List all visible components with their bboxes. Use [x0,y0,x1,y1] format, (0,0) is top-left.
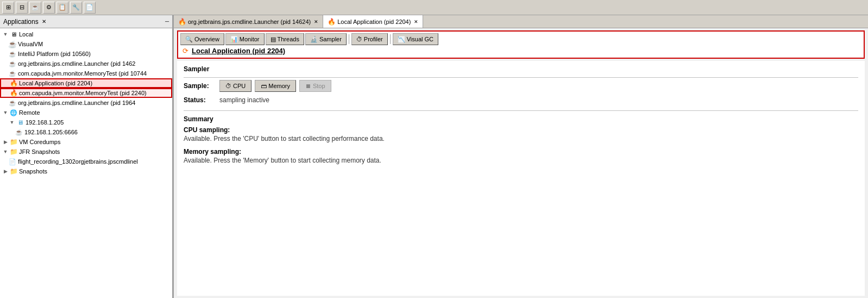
capuda-2240-icon: 🔥 [10,89,17,97]
tab-local-app-close[interactable]: ✕ [414,19,418,24]
visualvm-icon: ☕ [9,40,16,48]
jetbrains-1964-icon: ☕ [9,99,16,107]
tree-item-capuda-2240[interactable]: 🔥 com.capuda.jvm.monitor.MemoryTest (pid… [0,88,172,98]
jetbrains-1462-icon: ☕ [9,60,16,67]
tree-item-capuda-2240-label: com.capuda.jvm.monitor.MemoryTest (pid 2… [19,90,147,96]
tree-item-jetbrains-1462[interactable]: ☕ org.jetbrains.jps.cmdline.Launcher (pi… [0,59,172,69]
overview-button[interactable]: 🔍 Overview [180,33,224,45]
memory-icon: 🗃 [261,83,267,89]
memory-sampling-title: Memory sampling: [184,148,858,156]
tree-item-jfr-label: JFR Snapshots [19,148,60,155]
tree-item-capuda-10744-label: com.capuda.jvm.monitor.MemoryTest (pid 1… [18,70,147,77]
tab-toolbar-wrapper: 🔍 Overview 📊 Monitor ▤ Threads 🔬 Sampler [177,30,865,59]
toolbar-btn-3[interactable]: ☕ [29,2,41,14]
tree-item-local-app-2204-label: Local Application (pid 2204) [19,80,92,86]
cpu-btn-label: CPU [233,83,246,89]
visual-gc-button[interactable]: 📉 Visual GC [393,33,438,45]
tab-jetbrains-label: org.jetbrains.jps.cmdline.Launcher (pid … [188,18,311,25]
app-title-row: ⟳ Local Application (pid 2204) [180,45,861,56]
stop-button[interactable]: ⏹ Stop [299,80,331,92]
tree: ▼ 🖥 Local ☕ VisualVM ☕ IntelliJ Platform… [0,28,172,298]
threads-button[interactable]: ▤ Threads [266,33,304,45]
toolbar-btn-2[interactable]: ⊟ [16,2,28,14]
intellij-icon: ☕ [9,50,16,58]
tree-item-intellij-label: IntelliJ Platform (pid 10560) [18,51,91,57]
tab-local-app[interactable]: 🔥 Local Application (pid 2204) ✕ [323,15,423,28]
monitor-icon: 📊 [230,36,238,43]
expand-icon-vm: ▶ [2,139,9,145]
local-app-2204-icon: 🔥 [10,79,17,87]
tree-item-snapshots-label: Snapshots [19,168,47,175]
profiler-button[interactable]: ⏱ Profiler [351,33,388,45]
tree-item-local-label: Local [19,31,33,38]
memory-button[interactable]: 🗃 Memory [255,80,296,92]
sample-row: Sample: ⏱ CPU 🗃 Memory ⏹ Stop [184,80,858,92]
toolbar-btn-4[interactable]: ⚙ [43,2,55,14]
sampler-label-btn: Sampler [319,36,342,42]
tree-item-vm-coredumps-label: VM Coredumps [19,139,60,145]
tree-item-jetbrains-1964-label: org.jetbrains.jps.cmdline.Launcher (pid … [18,100,135,106]
expand-icon-snapshots: ▶ [2,168,9,175]
profiler-label: Profiler [364,36,383,42]
toolbar-btn-1[interactable]: ⊞ [2,2,14,14]
toolbar-btn-6[interactable]: 🔧 [70,2,82,14]
sampler-icon: 🔬 [310,36,318,43]
tab-bar: 🔥 org.jetbrains.jps.cmdline.Launcher (pi… [174,15,868,28]
divider-1 [184,77,858,78]
tab-jetbrains-close[interactable]: ✕ [314,19,318,24]
applications-tab-pin[interactable]: ─ [165,18,169,24]
tab-local-app-label: Local Application (pid 2204) [337,18,411,25]
tree-item-visualvm[interactable]: ☕ VisualVM [0,39,172,49]
toolbar-btn-7[interactable]: 📄 [84,2,96,14]
tree-item-ip-port[interactable]: ☕ 192.168.1.205:6666 [0,127,172,137]
tree-item-ip-port-label: 192.168.1.205:6666 [24,129,78,135]
threads-icon: ▤ [271,36,276,43]
toolbar-separator-2 [390,34,391,44]
applications-tab[interactable]: Applications ✕ ─ [0,15,172,28]
tree-item-jfr[interactable]: ▼ 📁 JFR Snapshots [0,147,172,157]
summary-section: Summary CPU sampling: Available. Press t… [184,115,858,164]
sampler-button[interactable]: 🔬 Sampler [305,33,347,45]
profiler-icon: ⏱ [356,36,362,42]
tree-item-local-app-2204[interactable]: 🔥 Local Application (pid 2204) [0,78,172,88]
cpu-sampling-title: CPU sampling: [184,126,858,134]
tree-item-ip[interactable]: ▼ 🖥 192.168.1.205 [0,117,172,127]
tree-item-remote[interactable]: ▼ 🌐 Remote [0,108,172,117]
remote-group-icon: 🌐 [10,109,17,116]
cpu-button[interactable]: ⏱ CPU [219,80,251,92]
tab-jetbrains-icon: 🔥 [178,18,186,26]
tree-item-flight-recording-label: flight_recording_1302orgjetbrains.jpscmd… [18,158,138,165]
threads-label: Threads [278,36,299,42]
vm-coredumps-icon: 📁 [10,138,17,146]
overview-label: Overview [194,36,219,42]
toolbar-btn-5[interactable]: 📋 [56,2,68,14]
expand-icon-jfr: ▼ [2,148,9,155]
monitor-button[interactable]: 📊 Monitor [225,33,265,45]
memory-btn-label: Memory [268,83,290,89]
tree-item-visualvm-label: VisualVM [18,41,43,47]
tab-jetbrains[interactable]: 🔥 org.jetbrains.jps.cmdline.Launcher (pi… [174,15,323,28]
tree-item-capuda-10744[interactable]: ☕ com.capuda.jvm.monitor.MemoryTest (pid… [0,69,172,78]
status-label: Status: [184,96,216,104]
tree-item-jetbrains-1964[interactable]: ☕ org.jetbrains.jps.cmdline.Launcher (pi… [0,98,172,108]
stop-icon: ⏹ [305,83,311,89]
divider-2 [184,110,858,111]
cpu-sampling-item: CPU sampling: Available. Press the 'CPU'… [184,126,858,142]
tree-item-ip-label: 192.168.1.205 [26,119,64,126]
tree-item-intellij[interactable]: ☕ IntelliJ Platform (pid 10560) [0,49,172,59]
applications-tab-close[interactable]: ✕ [42,18,46,24]
tree-item-vm-coredumps[interactable]: ▶ 📁 VM Coredumps [0,137,172,147]
left-panel: Applications ✕ ─ ▼ 🖥 Local ☕ VisualVM ☕ … [0,15,174,298]
toolbar-separator [349,34,349,44]
expand-icon-remote: ▼ [2,109,9,116]
tab-toolbar: 🔍 Overview 📊 Monitor ▤ Threads 🔬 Sampler [180,33,861,45]
cpu-sampling-text: Available. Press the 'CPU' button to sta… [184,135,858,142]
status-row: Status: sampling inactive [184,96,858,104]
top-toolbar: ⊞ ⊟ ☕ ⚙ 📋 🔧 📄 [0,0,868,15]
tree-item-local[interactable]: ▼ 🖥 Local [0,29,172,39]
tree-item-flight-recording[interactable]: 📄 flight_recording_1302orgjetbrains.jpsc… [0,157,172,166]
tree-item-snapshots[interactable]: ▶ 📁 Snapshots [0,166,172,176]
applications-tab-label: Applications [3,18,39,26]
content-area: Sampler Sample: ⏱ CPU 🗃 Memory ⏹ Stop [177,61,865,296]
sample-label: Sample: [184,82,216,90]
